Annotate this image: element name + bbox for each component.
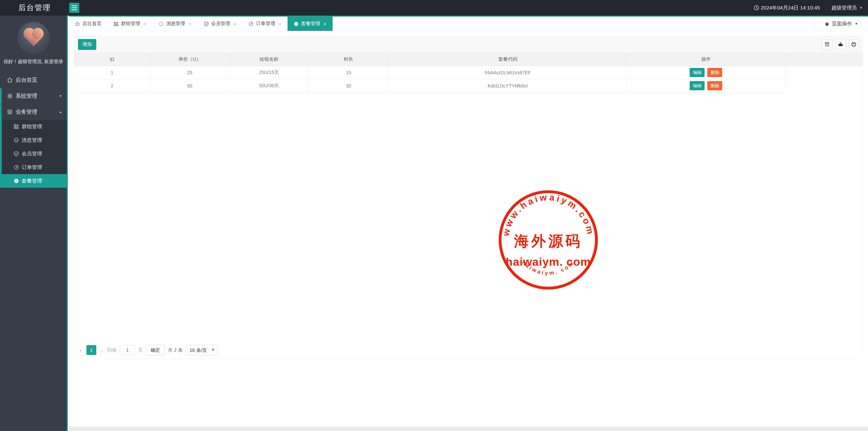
sidebar-item-label: 后台首页 <box>16 77 37 84</box>
group-grid-icon <box>14 124 19 129</box>
col-price: 单价（U） <box>150 53 230 66</box>
sidebar-item-label: 系统管理 <box>16 93 37 100</box>
close-icon[interactable]: × <box>323 21 327 27</box>
add-button[interactable]: 增加 <box>78 39 96 50</box>
package-compass-icon <box>14 178 19 184</box>
hamburger-icon <box>72 5 77 6</box>
cell-price: 50 <box>150 79 230 92</box>
clock-icon <box>754 5 759 11</box>
sidebar-item-label: 群组管理 <box>22 124 42 130</box>
tab-groups[interactable]: 群组管理 × <box>107 17 153 31</box>
close-icon[interactable]: × <box>143 21 146 27</box>
home-icon <box>7 77 13 83</box>
edit-button[interactable]: 编辑 <box>690 68 705 77</box>
sidebar-submenu: 群组管理 消息管理 会员管理 <box>0 120 67 188</box>
dot-circle-icon: ◉ <box>825 21 829 26</box>
cell-duration: 30 <box>308 79 389 92</box>
sidebar-item-label: 套餐管理 <box>22 178 42 184</box>
tab-label: 会员管理 <box>211 21 230 27</box>
order-gauge-icon <box>249 21 254 26</box>
goto-page-input[interactable] <box>120 345 135 355</box>
gear-icon <box>7 93 13 99</box>
tab-messages[interactable]: 消息管理 × <box>153 17 198 31</box>
sidebar-item-label: 消息管理 <box>22 137 42 144</box>
close-icon[interactable]: × <box>278 21 281 27</box>
col-filler <box>785 53 863 66</box>
message-circle-icon <box>14 137 19 143</box>
current-page-button[interactable]: 1 <box>86 345 96 355</box>
col-id: ID <box>74 53 150 66</box>
columns-icon <box>825 42 830 47</box>
cell-id: 1 <box>74 66 150 79</box>
sidebar-item-home[interactable]: 后台首页 <box>0 72 67 88</box>
tab-orders[interactable]: 订单管理 × <box>242 17 288 31</box>
main-panel: 增加 <box>69 31 868 427</box>
cell-code: h5A4vzDLMUVx87EF <box>389 66 627 79</box>
group-grid-icon <box>114 21 119 26</box>
delete-button[interactable]: 删除 <box>707 81 722 90</box>
chevron-down-icon: ▼ <box>860 6 863 10</box>
page-unit-label: 页 <box>138 347 143 353</box>
sidebar-item-system[interactable]: 系统管理 ▼ <box>0 88 67 104</box>
member-shield-icon <box>14 151 19 156</box>
prev-page-icon[interactable]: ‹ <box>78 345 83 355</box>
close-icon[interactable]: × <box>234 21 237 27</box>
table-header-row: ID 单价（U） 按钮名称 时长 套餐代码 操作 <box>74 53 863 66</box>
table-row: 1 25 25U/15天 15 h5A4vzDLMUVx87EF 编辑 删除 <box>74 66 863 79</box>
col-code: 套餐代码 <box>389 53 627 66</box>
sidebar-item-orders[interactable]: 订单管理 <box>2 161 67 174</box>
sidebar-item-business[interactable]: 业务管理 ▲ <box>0 104 67 120</box>
app-header: 后台管理 2024年04月24日 14:10:45 超级管理员 ▼ <box>0 0 868 16</box>
tab-members[interactable]: 会员管理 × <box>198 17 243 31</box>
tab-label: 后台首页 <box>82 21 101 27</box>
cell-code: Kdclz1IcYTYMk8nr <box>389 79 627 92</box>
close-icon[interactable]: × <box>189 21 192 27</box>
printer-icon <box>851 42 856 47</box>
menu-toggle-button[interactable] <box>69 3 79 13</box>
page-size-select[interactable]: 10 条/页 <box>186 345 218 355</box>
sidebar-item-label: 会员管理 <box>22 151 42 157</box>
sidebar-item-packages[interactable]: 套餐管理 <box>2 174 67 188</box>
cell-button-name: 50U/30天 <box>230 79 308 92</box>
page-operations-dropdown[interactable]: ◉ 页面操作 ▼ <box>814 17 868 31</box>
sidebar-item-groups[interactable]: 群组管理 <box>2 120 67 133</box>
content-area: 后台首页 群组管理 × 消息管理 × <box>69 16 868 431</box>
sidebar: 你好！超级管理员, 欢迎登录 后台首页 系统管理 ▼ <box>0 16 68 431</box>
sidebar-item-messages[interactable]: 消息管理 <box>2 133 67 147</box>
message-circle-icon <box>159 21 164 26</box>
chevron-up-icon: ▲ <box>59 110 62 114</box>
tab-label: 群组管理 <box>121 21 140 27</box>
edit-button[interactable]: 编辑 <box>690 81 705 90</box>
sidebar-item-members[interactable]: 会员管理 <box>2 147 67 161</box>
goto-label: 到第 <box>107 347 117 353</box>
package-compass-icon <box>294 21 299 26</box>
datetime-display: 2024年04月24日 14:10:45 <box>754 5 820 11</box>
sidebar-item-label: 订单管理 <box>22 164 42 171</box>
chevron-down-icon: ▼ <box>59 94 62 98</box>
sidebar-item-label: 业务管理 <box>16 109 37 116</box>
confirm-button[interactable]: 确定 <box>146 345 165 355</box>
data-card: 增加 <box>74 36 863 359</box>
export-icon <box>838 42 843 47</box>
total-count: 共 2 条 <box>168 347 183 353</box>
delete-button[interactable]: 删除 <box>707 68 722 77</box>
cell-duration: 15 <box>308 66 389 79</box>
cell-id: 2 <box>74 79 150 92</box>
col-duration: 时长 <box>308 53 389 66</box>
sidebar-nav: 后台首页 系统管理 ▼ 业务管理 ▲ <box>0 72 67 188</box>
pagination: ‹ 1 › 到第 页 确定 共 2 条 10 条/页 ∨ <box>78 345 218 355</box>
column-filter-button[interactable] <box>822 40 832 49</box>
tab-home[interactable]: 后台首页 <box>69 17 107 31</box>
next-page-icon[interactable]: › <box>99 345 104 355</box>
toolbar: 增加 <box>74 36 863 53</box>
user-menu[interactable]: 超级管理员 ▼ <box>831 5 863 11</box>
heart-photo <box>25 30 41 46</box>
packages-table: ID 单价（U） 按钮名称 时长 套餐代码 操作 1 25 <box>74 53 863 93</box>
print-button[interactable] <box>849 40 859 49</box>
welcome-text: 你好！超级管理员, 欢迎登录 <box>0 59 67 65</box>
export-button[interactable] <box>835 40 846 49</box>
tab-packages[interactable]: 套餐管理 × <box>288 17 333 31</box>
tab-label: 消息管理 <box>166 21 185 27</box>
datetime-text: 2024年04月24日 14:10:45 <box>761 5 820 11</box>
col-button-name: 按钮名称 <box>230 53 308 66</box>
